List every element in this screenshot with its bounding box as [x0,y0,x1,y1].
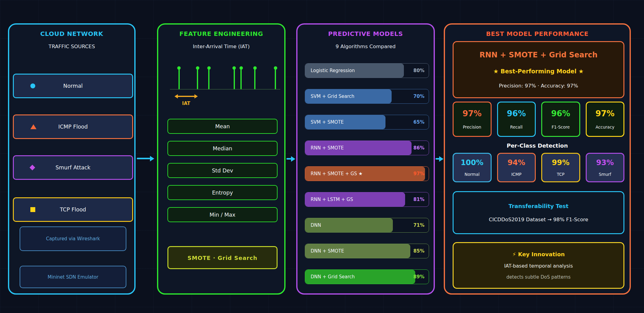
key-innovation-box: ⚡ Key Innovation IAT-based temporal anal… [453,242,624,289]
class-value: 99% [552,158,569,167]
model-bar-rnn-smote-gs-best: RNN + SMOTE + GS ★ 97% [305,166,429,181]
panel-subtitle: 9 Algorithms Compared [297,44,434,49]
class-card-icmp: 94% ICMP [497,153,536,182]
metric-card-recall: 96% Recall [497,102,536,137]
winner-stats: Precision: 97% · Accuracy: 97% [499,83,578,89]
feature-label: Std Dev [168,168,277,174]
metric-label: Precision [463,125,481,129]
metric-card-row: 97% Precision 96% Recall 96% F1-Score 97… [453,102,624,137]
feature-label: Entropy [168,190,277,196]
class-label: Normal [465,172,480,177]
feature-engineering-panel: FEATURE ENGINEERING Inter-Arrival Time (… [157,23,286,295]
metric-value: 97% [596,109,615,118]
bar-percent: 86% [413,145,424,151]
metric-value: 96% [551,109,570,118]
emulator-tool-box: Mininet SDN Emulator [20,266,126,288]
tool-label: Captured via Wireshark [20,236,126,242]
bar-percent: 85% [413,248,424,254]
key-innovation-line2: detects subtle DoS patterns [506,274,570,280]
cloud-network-panel: CLOUD NETWORK TRAFFIC SOURCES Normal ICM… [8,23,136,295]
feature-box-median: Median [167,141,278,156]
iat-label: IAT [177,101,195,106]
flow-arrow-1 [137,158,150,159]
panel-subtitle: TRAFFIC SOURCES [9,44,134,49]
timeline-baseline [170,89,280,90]
iat-spike-plot: IAT [172,66,278,112]
metric-value: 97% [462,109,481,118]
class-value: 94% [508,158,525,167]
class-card-smurf: 93% Smurf [586,153,625,182]
class-label: TCP [557,172,565,177]
bar-label: SVM + SMOTE [311,119,344,125]
model-bar-logistic-regression: Logistic Regression 80% [305,63,429,78]
model-bar-dnn-smote: DNN + SMOTE 85% [305,244,429,258]
bar-label: DNN + Grid Search [311,274,355,280]
flow-arrow-3 [435,158,439,160]
bar-percent: 97% [413,171,424,176]
bar-percent: 71% [413,222,424,228]
source-label: Normal [14,83,132,89]
bar-label: RNN + SMOTE + GS ★ [311,171,362,176]
bar-label: Logistic Regression [311,68,355,73]
predictive-models-panel: PREDICTIVE MODELS 9 Algorithms Compared … [296,23,435,295]
traffic-source-normal: Normal [13,74,133,98]
class-value: 100% [461,158,483,167]
bar-percent: 70% [413,94,424,99]
source-label: TCP Flood [14,207,132,213]
winner-badge: ★ Best-Performing Model ★ [493,68,584,75]
class-card-normal: 100% Normal [453,153,492,182]
feature-box-entropy: Entropy [167,185,278,200]
panel-title: BEST MODEL PERFORMANCE [445,30,630,37]
traffic-source-icmp-flood: ICMP Flood [13,114,133,139]
per-class-title: Per-Class Detection [445,142,630,149]
bar-label: SVM + Grid Search [311,94,355,99]
key-innovation-line1: IAT-based temporal analysis [504,263,573,269]
panel-title: PREDICTIVE MODELS [297,30,434,37]
bar-percent: 80% [413,68,424,73]
model-bar-rnn-lstm-gs: RNN + LSTM + GS 81% [305,192,429,207]
packet-spike [197,68,198,89]
source-label: ICMP Flood [14,124,132,130]
bar-label: DNN + SMOTE [311,248,344,254]
feature-label: Mean [168,123,277,129]
metric-label: Recall [510,125,523,129]
packet-spike [178,68,180,89]
packet-spike [240,68,242,89]
source-label: Smurf Attack [14,164,132,171]
class-label: ICMP [511,172,521,177]
packet-spike [208,68,209,89]
transferability-box: Transferability Test CICDDoS2019 Dataset… [453,191,624,234]
metric-card-accuracy: 97% Accuracy [586,102,625,137]
flow-arrow-2 [286,158,291,160]
packet-spike [234,68,235,89]
traffic-source-tcp-flood: TCP Flood [13,197,133,222]
feature-label: Min / Max [168,212,277,218]
bar-label: RNN + SMOTE [311,145,344,151]
class-value: 93% [596,158,614,167]
bar-percent: 81% [413,197,424,202]
class-card-tcp: 99% TCP [541,153,580,182]
capture-tool-box: Captured via Wireshark [20,226,126,251]
tool-label: Mininet SDN Emulator [20,274,126,280]
winner-name: RNN + SMOTE + Grid Search [480,51,598,59]
best-model-panel: BEST MODEL PERFORMANCE RNN + SMOTE + Gri… [444,23,631,295]
class-card-row: 100% Normal 94% ICMP 99% TCP 93% Smurf [453,153,624,182]
feature-label: Median [168,145,277,152]
metric-card-precision: 97% Precision [453,102,492,137]
feature-box-mean: Mean [167,119,278,134]
model-bar-svm-smote: SVM + SMOTE 65% [305,115,429,129]
double-arrow-icon [177,96,195,97]
model-bar-dnn: DNN 71% [305,218,429,233]
class-label: Smurf [599,172,611,177]
panel-subtitle: Inter-Arrival Time (IAT) [158,44,284,49]
model-bar-rnn-smote: RNN + SMOTE 86% [305,141,429,155]
smote-gridsearch-box: SMOTE · Grid Search [167,246,278,269]
bar-label: DNN [311,222,321,228]
feature-box-minmax: Min / Max [167,207,278,222]
bar-label: RNN + LSTM + GS [311,197,353,202]
metric-label: F1-Score [552,125,570,129]
transferability-title: Transferability Test [508,203,568,209]
bar-percent: 65% [413,119,424,125]
transferability-body: CICDDoS2019 Dataset → 98% F1-Score [489,217,588,222]
feature-box-stddev: Std Dev [167,163,278,178]
